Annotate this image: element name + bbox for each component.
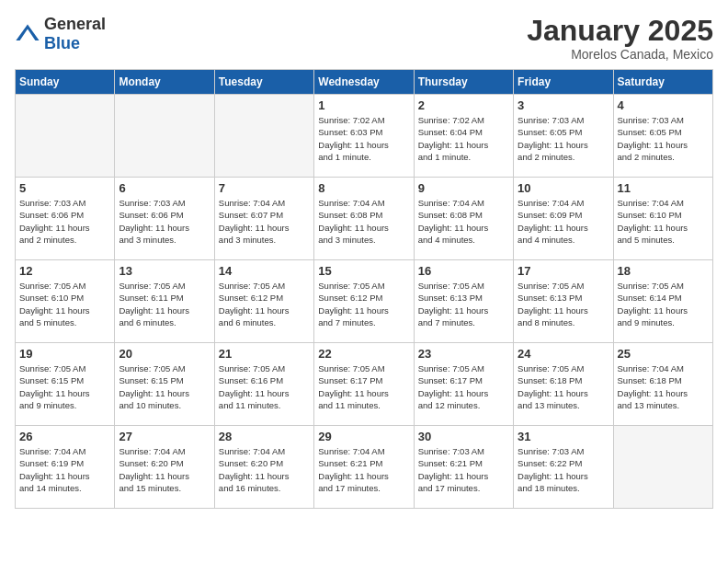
weekday-header-thursday: Thursday <box>414 70 513 95</box>
calendar-cell: 20Sunrise: 7:05 AM Sunset: 6:15 PM Dayli… <box>115 343 214 426</box>
day-number: 7 <box>219 181 310 195</box>
calendar-subtitle: Morelos Canada, Mexico <box>527 47 713 62</box>
day-number: 26 <box>19 430 110 443</box>
calendar-cell: 1Sunrise: 7:02 AM Sunset: 6:03 PM Daylig… <box>314 95 414 178</box>
day-number: 21 <box>219 347 310 361</box>
calendar-cell: 3Sunrise: 7:03 AM Sunset: 6:05 PM Daylig… <box>514 95 613 178</box>
day-number: 12 <box>19 264 110 278</box>
calendar-cell: 11Sunrise: 7:04 AM Sunset: 6:10 PM Dayli… <box>613 178 712 260</box>
day-info: Sunrise: 7:04 AM Sunset: 6:09 PM Dayligh… <box>518 197 609 246</box>
weekday-row: SundayMondayTuesdayWednesdayThursdayFrid… <box>16 70 713 95</box>
day-info: Sunrise: 7:03 AM Sunset: 6:05 PM Dayligh… <box>518 114 609 163</box>
day-info: Sunrise: 7:03 AM Sunset: 6:05 PM Dayligh… <box>618 114 709 163</box>
day-number: 15 <box>318 264 409 278</box>
day-info: Sunrise: 7:04 AM Sunset: 6:21 PM Dayligh… <box>318 445 409 494</box>
day-info: Sunrise: 7:05 AM Sunset: 6:12 PM Dayligh… <box>318 280 409 328</box>
calendar-cell: 12Sunrise: 7:05 AM Sunset: 6:10 PM Dayli… <box>16 260 115 343</box>
calendar-cell <box>115 95 214 178</box>
day-info: Sunrise: 7:05 AM Sunset: 6:17 PM Dayligh… <box>418 362 509 411</box>
day-number: 5 <box>19 181 110 195</box>
weekday-header-wednesday: Wednesday <box>314 70 414 95</box>
day-info: Sunrise: 7:05 AM Sunset: 6:15 PM Dayligh… <box>19 362 110 411</box>
weekday-header-monday: Monday <box>115 70 214 95</box>
day-info: Sunrise: 7:03 AM Sunset: 6:06 PM Dayligh… <box>119 197 210 246</box>
calendar-header: SundayMondayTuesdayWednesdayThursdayFrid… <box>16 70 713 95</box>
calendar-cell: 17Sunrise: 7:05 AM Sunset: 6:13 PM Dayli… <box>514 260 613 343</box>
day-info: Sunrise: 7:05 AM Sunset: 6:17 PM Dayligh… <box>318 362 409 411</box>
day-number: 6 <box>119 181 210 195</box>
page-header: General Blue January 2025 Morelos Canada… <box>15 15 713 62</box>
day-number: 20 <box>119 347 210 361</box>
day-info: Sunrise: 7:05 AM Sunset: 6:13 PM Dayligh… <box>418 280 509 328</box>
day-info: Sunrise: 7:04 AM Sunset: 6:08 PM Dayligh… <box>418 197 509 246</box>
calendar-cell: 18Sunrise: 7:05 AM Sunset: 6:14 PM Dayli… <box>613 260 712 343</box>
day-info: Sunrise: 7:03 AM Sunset: 6:06 PM Dayligh… <box>19 197 110 246</box>
day-info: Sunrise: 7:05 AM Sunset: 6:13 PM Dayligh… <box>518 280 609 328</box>
day-info: Sunrise: 7:05 AM Sunset: 6:11 PM Dayligh… <box>119 280 210 328</box>
calendar-cell: 8Sunrise: 7:04 AM Sunset: 6:08 PM Daylig… <box>314 178 414 260</box>
day-number: 30 <box>418 430 509 443</box>
day-number: 16 <box>418 264 509 278</box>
calendar-cell: 28Sunrise: 7:04 AM Sunset: 6:20 PM Dayli… <box>214 426 313 509</box>
day-info: Sunrise: 7:02 AM Sunset: 6:04 PM Dayligh… <box>418 114 509 163</box>
calendar-cell: 5Sunrise: 7:03 AM Sunset: 6:06 PM Daylig… <box>16 178 115 260</box>
calendar-week-row: 26Sunrise: 7:04 AM Sunset: 6:19 PM Dayli… <box>16 426 713 509</box>
day-number: 31 <box>518 430 609 443</box>
weekday-header-saturday: Saturday <box>613 70 712 95</box>
day-info: Sunrise: 7:04 AM Sunset: 6:19 PM Dayligh… <box>19 445 110 494</box>
day-number: 11 <box>618 181 709 195</box>
weekday-header-friday: Friday <box>514 70 613 95</box>
day-number: 13 <box>119 264 210 278</box>
calendar-cell: 6Sunrise: 7:03 AM Sunset: 6:06 PM Daylig… <box>115 178 214 260</box>
day-number: 18 <box>618 264 709 278</box>
calendar-cell <box>613 426 712 509</box>
calendar-cell: 31Sunrise: 7:03 AM Sunset: 6:22 PM Dayli… <box>514 426 613 509</box>
calendar-cell: 2Sunrise: 7:02 AM Sunset: 6:04 PM Daylig… <box>414 95 513 178</box>
calendar-cell: 25Sunrise: 7:04 AM Sunset: 6:18 PM Dayli… <box>613 343 712 426</box>
calendar-cell: 7Sunrise: 7:04 AM Sunset: 6:07 PM Daylig… <box>214 178 313 260</box>
day-number: 14 <box>219 264 310 278</box>
day-number: 1 <box>318 98 409 112</box>
day-info: Sunrise: 7:05 AM Sunset: 6:10 PM Dayligh… <box>19 280 110 328</box>
day-info: Sunrise: 7:04 AM Sunset: 6:18 PM Dayligh… <box>618 362 709 411</box>
day-number: 28 <box>219 430 310 443</box>
day-number: 4 <box>618 98 709 112</box>
calendar-cell: 22Sunrise: 7:05 AM Sunset: 6:17 PM Dayli… <box>314 343 414 426</box>
day-number: 9 <box>418 181 509 195</box>
day-info: Sunrise: 7:05 AM Sunset: 6:18 PM Dayligh… <box>518 362 609 411</box>
calendar-cell: 27Sunrise: 7:04 AM Sunset: 6:20 PM Dayli… <box>115 426 214 509</box>
calendar-cell: 13Sunrise: 7:05 AM Sunset: 6:11 PM Dayli… <box>115 260 214 343</box>
calendar-cell: 30Sunrise: 7:03 AM Sunset: 6:21 PM Dayli… <box>414 426 513 509</box>
calendar-title: January 2025 <box>527 15 713 47</box>
day-number: 24 <box>518 347 609 361</box>
calendar-cell: 21Sunrise: 7:05 AM Sunset: 6:16 PM Dayli… <box>214 343 313 426</box>
calendar-cell <box>16 95 115 178</box>
logo-icon <box>15 21 40 47</box>
day-info: Sunrise: 7:03 AM Sunset: 6:22 PM Dayligh… <box>518 445 609 494</box>
calendar-cell: 23Sunrise: 7:05 AM Sunset: 6:17 PM Dayli… <box>414 343 513 426</box>
day-number: 10 <box>518 181 609 195</box>
day-info: Sunrise: 7:03 AM Sunset: 6:21 PM Dayligh… <box>418 445 509 494</box>
day-number: 2 <box>418 98 509 112</box>
day-info: Sunrise: 7:04 AM Sunset: 6:20 PM Dayligh… <box>219 445 310 494</box>
day-info: Sunrise: 7:05 AM Sunset: 6:14 PM Dayligh… <box>618 280 709 328</box>
calendar-week-row: 5Sunrise: 7:03 AM Sunset: 6:06 PM Daylig… <box>16 178 713 260</box>
calendar-cell: 4Sunrise: 7:03 AM Sunset: 6:05 PM Daylig… <box>613 95 712 178</box>
calendar-table: SundayMondayTuesdayWednesdayThursdayFrid… <box>15 69 713 509</box>
day-number: 23 <box>418 347 509 361</box>
calendar-week-row: 1Sunrise: 7:02 AM Sunset: 6:03 PM Daylig… <box>16 95 713 178</box>
day-info: Sunrise: 7:04 AM Sunset: 6:08 PM Dayligh… <box>318 197 409 246</box>
calendar-cell: 26Sunrise: 7:04 AM Sunset: 6:19 PM Dayli… <box>16 426 115 509</box>
day-info: Sunrise: 7:05 AM Sunset: 6:12 PM Dayligh… <box>219 280 310 328</box>
weekday-header-sunday: Sunday <box>16 70 115 95</box>
logo: General Blue <box>15 15 106 53</box>
day-number: 22 <box>318 347 409 361</box>
day-number: 25 <box>618 347 709 361</box>
day-info: Sunrise: 7:05 AM Sunset: 6:16 PM Dayligh… <box>219 362 310 411</box>
calendar-cell: 15Sunrise: 7:05 AM Sunset: 6:12 PM Dayli… <box>314 260 414 343</box>
day-number: 8 <box>318 181 409 195</box>
day-info: Sunrise: 7:05 AM Sunset: 6:15 PM Dayligh… <box>119 362 210 411</box>
calendar-cell: 9Sunrise: 7:04 AM Sunset: 6:08 PM Daylig… <box>414 178 513 260</box>
day-info: Sunrise: 7:02 AM Sunset: 6:03 PM Dayligh… <box>318 114 409 163</box>
title-block: January 2025 Morelos Canada, Mexico <box>527 15 713 62</box>
